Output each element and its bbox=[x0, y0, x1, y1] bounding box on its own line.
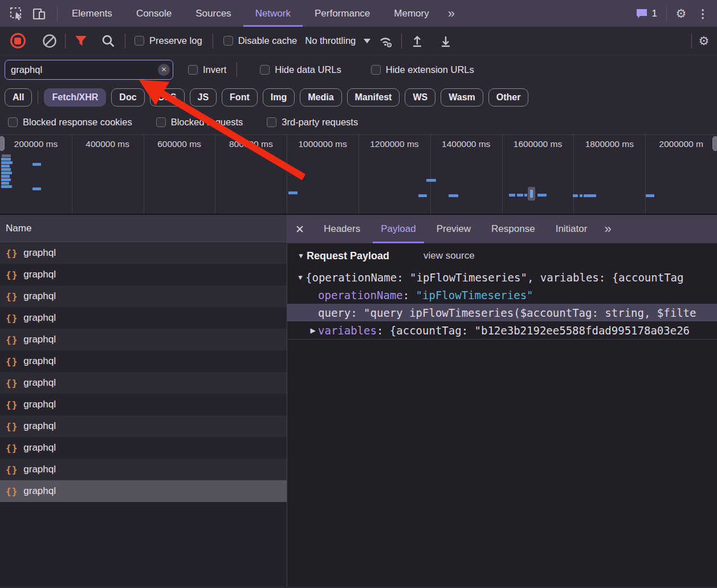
payload-segment: {operationName: "ipFlowTimeseries", vari… bbox=[305, 271, 683, 284]
network-settings-gear-icon[interactable]: ⚙ bbox=[694, 31, 714, 51]
disclosure-triangle-icon[interactable]: ▶ bbox=[308, 326, 318, 334]
tab-console[interactable]: Console bbox=[124, 0, 184, 27]
blocked-response-cookies-checkbox[interactable]: Blocked response cookies bbox=[6, 117, 135, 128]
detail-tab-response[interactable]: Response bbox=[481, 215, 545, 243]
tab-performance[interactable]: Performance bbox=[303, 0, 382, 27]
timeline-request-bar bbox=[1, 158, 11, 161]
import-har-icon[interactable] bbox=[408, 31, 427, 51]
request-row[interactable]: {}graphql bbox=[0, 329, 287, 350]
timeline-right-handle[interactable] bbox=[712, 136, 717, 151]
clear-filter-icon[interactable]: ✕ bbox=[158, 64, 170, 76]
filter-chip-css[interactable]: CSS bbox=[150, 88, 185, 107]
filter-funnel-icon[interactable] bbox=[71, 31, 91, 51]
close-detail-icon[interactable]: ✕ bbox=[287, 215, 313, 243]
hide-data-urls-checkbox[interactable]: Hide data URLs bbox=[258, 64, 343, 75]
issues-counter[interactable]: 1 bbox=[631, 8, 662, 19]
detail-tab-preview[interactable]: Preview bbox=[426, 215, 481, 243]
checkbox-label: 3rd-party requests bbox=[282, 117, 358, 128]
preserve-log-checkbox[interactable]: Preserve log bbox=[132, 35, 205, 46]
request-name: graphql bbox=[23, 442, 56, 454]
request-payload-title: Request Payload bbox=[307, 250, 389, 262]
filter-chip-doc[interactable]: Doc bbox=[111, 88, 144, 107]
checkbox-label: Blocked response cookies bbox=[23, 117, 132, 128]
request-row[interactable]: {}graphql bbox=[0, 264, 287, 285]
tab-elements[interactable]: Elements bbox=[60, 0, 124, 27]
timeline-request-bar bbox=[1, 172, 12, 174]
network-conditions-icon[interactable] bbox=[376, 31, 396, 51]
filter-chip-wasm[interactable]: Wasm bbox=[441, 88, 483, 107]
name-column-header[interactable]: Name bbox=[0, 215, 287, 242]
payload-tree-row[interactable]: operationName: "ipFlowTimeseries" bbox=[287, 286, 717, 304]
view-source-link[interactable]: view source bbox=[423, 250, 475, 262]
request-name: graphql bbox=[23, 334, 56, 345]
timeline-tick-label: 1400000 ms bbox=[430, 139, 502, 149]
3rd-party-requests-checkbox[interactable]: 3rd-party requests bbox=[264, 117, 360, 128]
more-panels-icon[interactable]: » bbox=[441, 0, 461, 27]
payload-tree-row[interactable]: ▶variables: {accountTag: "b12e3b2192ee55… bbox=[287, 321, 717, 339]
overview-timeline[interactable]: 200000 ms400000 ms600000 ms800000 ms1000… bbox=[0, 134, 717, 215]
filter-chip-fetch-xhr[interactable]: Fetch/XHR bbox=[44, 88, 106, 107]
disable-cache-checkbox[interactable]: Disable cache bbox=[221, 35, 300, 46]
request-row[interactable]: {}graphql bbox=[0, 480, 287, 502]
hide-extension-urls-checkbox[interactable]: Hide extension URLs bbox=[369, 64, 476, 75]
timeline-request-bar bbox=[584, 194, 596, 197]
blocked-requests-checkbox[interactable]: Blocked requests bbox=[154, 117, 246, 128]
request-row[interactable]: {}graphql bbox=[0, 394, 287, 415]
checkbox-box bbox=[223, 36, 233, 46]
clear-network-log-icon[interactable] bbox=[40, 31, 59, 51]
filter-chip-font[interactable]: Font bbox=[222, 88, 258, 107]
filter-input[interactable] bbox=[5, 60, 173, 80]
request-row[interactable]: {}graphql bbox=[0, 372, 287, 394]
tab-network[interactable]: Network bbox=[243, 0, 303, 27]
timeline-request-bar bbox=[449, 194, 458, 197]
filter-chip-media[interactable]: Media bbox=[300, 88, 341, 107]
request-row[interactable]: {}graphql bbox=[0, 415, 287, 437]
timeline-left-handle[interactable] bbox=[0, 136, 5, 151]
filter-chip-img[interactable]: Img bbox=[263, 88, 295, 107]
detail-tab-payload[interactable]: Payload bbox=[370, 215, 426, 243]
divider bbox=[401, 34, 402, 48]
payload-segment: "query ipFlowTimeseries($accountTag: str… bbox=[364, 307, 696, 319]
filter-chip-other[interactable]: Other bbox=[488, 88, 529, 107]
divider bbox=[38, 91, 38, 104]
filter-chip-all[interactable]: All bbox=[5, 88, 32, 107]
more-detail-tabs-icon[interactable]: » bbox=[597, 215, 617, 243]
disclosure-triangle-icon[interactable]: ▼ bbox=[295, 273, 305, 281]
tab-memory[interactable]: Memory bbox=[382, 0, 441, 27]
request-name: graphql bbox=[23, 464, 56, 475]
filter-chip-manifest[interactable]: Manifest bbox=[347, 88, 400, 107]
divider bbox=[666, 6, 667, 21]
divider bbox=[65, 34, 66, 48]
settings-gear-icon[interactable]: ⚙ bbox=[671, 4, 691, 23]
collapse-triangle-icon[interactable]: ▼ bbox=[298, 252, 304, 260]
timeline-request-bar bbox=[580, 194, 582, 197]
record-network-log-icon[interactable] bbox=[8, 31, 27, 51]
request-row[interactable]: {}graphql bbox=[0, 350, 287, 372]
search-icon[interactable] bbox=[99, 31, 118, 51]
detail-tab-initiator[interactable]: Initiator bbox=[545, 215, 598, 243]
filter-chip-ws[interactable]: WS bbox=[405, 88, 435, 107]
request-row[interactable]: {}graphql bbox=[0, 459, 287, 480]
request-row[interactable]: {}graphql bbox=[0, 307, 287, 329]
json-braces-icon: {} bbox=[6, 486, 18, 497]
request-row[interactable]: {}graphql bbox=[0, 437, 287, 459]
inspect-element-icon[interactable] bbox=[7, 4, 26, 23]
export-har-icon[interactable] bbox=[436, 31, 455, 51]
throttling-select[interactable]: No throttling bbox=[299, 35, 376, 46]
detail-tab-headers[interactable]: Headers bbox=[313, 215, 370, 243]
tab-sources[interactable]: Sources bbox=[184, 0, 243, 27]
invert-checkbox[interactable]: Invert bbox=[186, 64, 229, 75]
device-toolbar-icon[interactable] bbox=[30, 4, 49, 23]
dropdown-caret-icon bbox=[364, 39, 370, 43]
timeline-request-bar bbox=[1, 165, 10, 168]
payload-tree-row[interactable]: query: "query ipFlowTimeseries($accountT… bbox=[287, 304, 717, 321]
filter-chip-js[interactable]: JS bbox=[190, 88, 217, 107]
payload-segment: : bbox=[351, 307, 364, 319]
timeline-request-bar bbox=[2, 154, 11, 157]
checkbox-box bbox=[188, 65, 198, 75]
request-row[interactable]: {}graphql bbox=[0, 242, 287, 264]
timeline-request-bar bbox=[537, 194, 547, 197]
kebab-menu-icon[interactable]: ⋮ bbox=[693, 4, 712, 23]
payload-tree-row[interactable]: ▼{operationName: "ipFlowTimeseries", var… bbox=[287, 268, 717, 286]
request-row[interactable]: {}graphql bbox=[0, 285, 287, 307]
